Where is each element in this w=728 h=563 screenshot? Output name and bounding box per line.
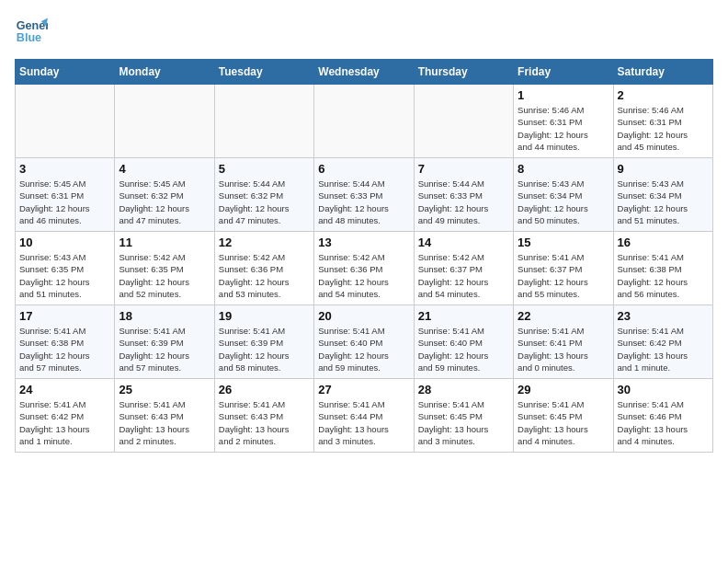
day-number: 16 bbox=[618, 236, 709, 249]
day-number: 10 bbox=[19, 236, 110, 249]
day-number: 30 bbox=[618, 383, 709, 396]
day-info: Sunrise: 5:45 AM Sunset: 6:31 PM Dayligh… bbox=[19, 178, 110, 226]
day-number: 20 bbox=[318, 309, 409, 323]
logo-icon: General Blue bbox=[15, 15, 48, 48]
calendar-cell: 25Sunrise: 5:41 AM Sunset: 6:43 PM Dayli… bbox=[115, 379, 214, 453]
day-info: Sunrise: 5:41 AM Sunset: 6:38 PM Dayligh… bbox=[618, 251, 709, 300]
calendar-week-row: 24Sunrise: 5:41 AM Sunset: 6:42 PM Dayli… bbox=[16, 379, 713, 453]
day-number: 19 bbox=[219, 309, 310, 323]
calendar-week-row: 3Sunrise: 5:45 AM Sunset: 6:31 PM Daylig… bbox=[16, 158, 713, 232]
weekday-header: Wednesday bbox=[314, 60, 414, 85]
day-info: Sunrise: 5:42 AM Sunset: 6:36 PM Dayligh… bbox=[318, 251, 409, 300]
weekday-header: Tuesday bbox=[214, 60, 313, 85]
calendar-cell bbox=[314, 85, 414, 158]
calendar-cell: 15Sunrise: 5:41 AM Sunset: 6:37 PM Dayli… bbox=[514, 232, 613, 305]
calendar-cell: 11Sunrise: 5:42 AM Sunset: 6:35 PM Dayli… bbox=[115, 232, 214, 305]
day-info: Sunrise: 5:44 AM Sunset: 6:33 PM Dayligh… bbox=[318, 178, 409, 226]
day-info: Sunrise: 5:41 AM Sunset: 6:44 PM Dayligh… bbox=[318, 398, 409, 447]
day-number: 15 bbox=[518, 236, 609, 249]
calendar-cell: 16Sunrise: 5:41 AM Sunset: 6:38 PM Dayli… bbox=[613, 232, 712, 305]
logo: General Blue bbox=[15, 15, 48, 48]
calendar-cell: 12Sunrise: 5:42 AM Sunset: 6:36 PM Dayli… bbox=[214, 232, 313, 305]
day-info: Sunrise: 5:43 AM Sunset: 6:34 PM Dayligh… bbox=[518, 178, 609, 226]
day-number: 6 bbox=[318, 162, 409, 176]
day-number: 14 bbox=[418, 236, 509, 249]
day-number: 3 bbox=[19, 162, 110, 176]
calendar-cell bbox=[115, 85, 214, 158]
day-number: 17 bbox=[19, 309, 110, 323]
day-number: 11 bbox=[119, 236, 210, 249]
calendar-week-row: 10Sunrise: 5:43 AM Sunset: 6:35 PM Dayli… bbox=[16, 232, 713, 305]
calendar-cell: 7Sunrise: 5:44 AM Sunset: 6:33 PM Daylig… bbox=[414, 158, 513, 232]
calendar-cell: 18Sunrise: 5:41 AM Sunset: 6:39 PM Dayli… bbox=[115, 305, 214, 379]
day-info: Sunrise: 5:41 AM Sunset: 6:40 PM Dayligh… bbox=[418, 325, 509, 373]
calendar-cell: 24Sunrise: 5:41 AM Sunset: 6:42 PM Dayli… bbox=[16, 379, 115, 453]
calendar-cell: 20Sunrise: 5:41 AM Sunset: 6:40 PM Dayli… bbox=[314, 305, 414, 379]
day-info: Sunrise: 5:42 AM Sunset: 6:35 PM Dayligh… bbox=[119, 251, 210, 300]
day-info: Sunrise: 5:42 AM Sunset: 6:37 PM Dayligh… bbox=[418, 251, 509, 300]
day-info: Sunrise: 5:41 AM Sunset: 6:46 PM Dayligh… bbox=[618, 398, 709, 447]
day-info: Sunrise: 5:41 AM Sunset: 6:43 PM Dayligh… bbox=[219, 398, 310, 447]
day-number: 4 bbox=[119, 162, 210, 176]
calendar-cell: 6Sunrise: 5:44 AM Sunset: 6:33 PM Daylig… bbox=[314, 158, 414, 232]
day-number: 22 bbox=[518, 309, 609, 323]
calendar-cell: 23Sunrise: 5:41 AM Sunset: 6:42 PM Dayli… bbox=[613, 305, 712, 379]
day-info: Sunrise: 5:46 AM Sunset: 6:31 PM Dayligh… bbox=[518, 104, 609, 153]
day-info: Sunrise: 5:44 AM Sunset: 6:33 PM Dayligh… bbox=[418, 178, 509, 226]
calendar-cell bbox=[214, 85, 313, 158]
calendar-cell: 19Sunrise: 5:41 AM Sunset: 6:39 PM Dayli… bbox=[214, 305, 313, 379]
day-number: 8 bbox=[518, 162, 609, 176]
calendar-table: SundayMondayTuesdayWednesdayThursdayFrid… bbox=[15, 59, 713, 453]
day-info: Sunrise: 5:43 AM Sunset: 6:34 PM Dayligh… bbox=[618, 178, 709, 226]
calendar-cell: 28Sunrise: 5:41 AM Sunset: 6:45 PM Dayli… bbox=[414, 379, 513, 453]
day-number: 29 bbox=[518, 383, 609, 396]
day-info: Sunrise: 5:41 AM Sunset: 6:37 PM Dayligh… bbox=[518, 251, 609, 300]
weekday-header: Saturday bbox=[613, 60, 712, 85]
calendar-week-row: 1Sunrise: 5:46 AM Sunset: 6:31 PM Daylig… bbox=[16, 85, 713, 158]
day-number: 21 bbox=[418, 309, 509, 323]
day-info: Sunrise: 5:42 AM Sunset: 6:36 PM Dayligh… bbox=[219, 251, 310, 300]
day-number: 18 bbox=[119, 309, 210, 323]
calendar-cell: 27Sunrise: 5:41 AM Sunset: 6:44 PM Dayli… bbox=[314, 379, 414, 453]
calendar-cell: 26Sunrise: 5:41 AM Sunset: 6:43 PM Dayli… bbox=[214, 379, 313, 453]
calendar-cell: 8Sunrise: 5:43 AM Sunset: 6:34 PM Daylig… bbox=[514, 158, 613, 232]
weekday-header: Monday bbox=[115, 60, 214, 85]
calendar-cell: 5Sunrise: 5:44 AM Sunset: 6:32 PM Daylig… bbox=[214, 158, 313, 232]
day-info: Sunrise: 5:41 AM Sunset: 6:43 PM Dayligh… bbox=[119, 398, 210, 447]
day-info: Sunrise: 5:44 AM Sunset: 6:32 PM Dayligh… bbox=[219, 178, 310, 226]
calendar-cell: 30Sunrise: 5:41 AM Sunset: 6:46 PM Dayli… bbox=[613, 379, 712, 453]
day-number: 24 bbox=[19, 383, 110, 396]
weekday-header: Sunday bbox=[16, 60, 115, 85]
day-number: 25 bbox=[119, 383, 210, 396]
calendar-cell bbox=[414, 85, 513, 158]
calendar-body: 1Sunrise: 5:46 AM Sunset: 6:31 PM Daylig… bbox=[16, 85, 713, 453]
day-number: 13 bbox=[318, 236, 409, 249]
calendar-cell bbox=[16, 85, 115, 158]
calendar-week-row: 17Sunrise: 5:41 AM Sunset: 6:38 PM Dayli… bbox=[16, 305, 713, 379]
calendar-cell: 29Sunrise: 5:41 AM Sunset: 6:45 PM Dayli… bbox=[514, 379, 613, 453]
calendar-cell: 2Sunrise: 5:46 AM Sunset: 6:31 PM Daylig… bbox=[613, 85, 712, 158]
day-info: Sunrise: 5:41 AM Sunset: 6:39 PM Dayligh… bbox=[219, 325, 310, 373]
day-number: 23 bbox=[618, 309, 709, 323]
day-info: Sunrise: 5:41 AM Sunset: 6:40 PM Dayligh… bbox=[318, 325, 409, 373]
calendar-cell: 4Sunrise: 5:45 AM Sunset: 6:32 PM Daylig… bbox=[115, 158, 214, 232]
calendar-cell: 22Sunrise: 5:41 AM Sunset: 6:41 PM Dayli… bbox=[514, 305, 613, 379]
day-number: 2 bbox=[618, 88, 709, 102]
calendar-cell: 3Sunrise: 5:45 AM Sunset: 6:31 PM Daylig… bbox=[16, 158, 115, 232]
calendar-cell: 13Sunrise: 5:42 AM Sunset: 6:36 PM Dayli… bbox=[314, 232, 414, 305]
day-number: 28 bbox=[418, 383, 509, 396]
day-number: 7 bbox=[418, 162, 509, 176]
day-info: Sunrise: 5:46 AM Sunset: 6:31 PM Dayligh… bbox=[618, 104, 709, 153]
calendar-cell: 10Sunrise: 5:43 AM Sunset: 6:35 PM Dayli… bbox=[16, 232, 115, 305]
day-number: 9 bbox=[618, 162, 709, 176]
day-number: 12 bbox=[219, 236, 310, 249]
day-number: 26 bbox=[219, 383, 310, 396]
page-header: General Blue bbox=[15, 15, 713, 48]
day-number: 27 bbox=[318, 383, 409, 396]
day-info: Sunrise: 5:41 AM Sunset: 6:39 PM Dayligh… bbox=[119, 325, 210, 373]
svg-text:Blue: Blue bbox=[17, 31, 41, 44]
day-info: Sunrise: 5:41 AM Sunset: 6:42 PM Dayligh… bbox=[19, 398, 110, 447]
calendar-cell: 17Sunrise: 5:41 AM Sunset: 6:38 PM Dayli… bbox=[16, 305, 115, 379]
calendar-cell: 1Sunrise: 5:46 AM Sunset: 6:31 PM Daylig… bbox=[514, 85, 613, 158]
day-info: Sunrise: 5:45 AM Sunset: 6:32 PM Dayligh… bbox=[119, 178, 210, 226]
